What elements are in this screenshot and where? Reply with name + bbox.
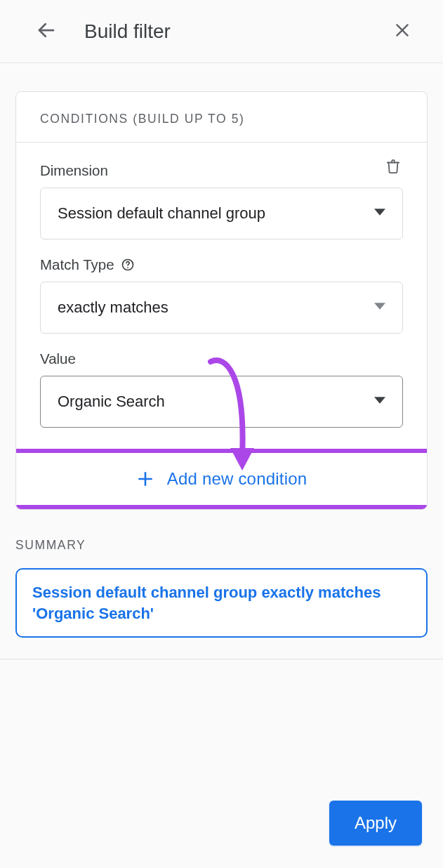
caret-down-icon <box>374 206 385 221</box>
arrow-left-icon <box>36 20 57 44</box>
svg-point-5 <box>127 267 128 268</box>
dimension-label: Dimension <box>40 162 108 179</box>
dimension-group: Dimension Session default channel group <box>40 162 403 239</box>
summary-chip: Session default channel group exactly ma… <box>15 568 428 638</box>
svg-marker-7 <box>374 397 385 404</box>
add-condition-button[interactable]: Add new condition <box>16 453 427 505</box>
section-divider <box>0 659 443 659</box>
delete-condition-button[interactable] <box>383 158 403 178</box>
close-icon <box>393 21 411 42</box>
svg-marker-6 <box>374 303 385 310</box>
summary-text: Session default channel group exactly ma… <box>32 582 411 624</box>
summary-section: Summary Session default channel group ex… <box>0 538 443 638</box>
match-type-value: exactly matches <box>58 298 374 317</box>
trash-icon <box>385 158 401 178</box>
value-group: Value Organic Search <box>40 350 403 428</box>
close-button[interactable] <box>390 19 415 44</box>
add-condition-label: Add new condition <box>167 469 308 489</box>
svg-marker-3 <box>374 209 385 216</box>
summary-label: Summary <box>15 538 428 553</box>
page-title: Build filter <box>84 20 390 43</box>
plus-icon <box>136 470 154 488</box>
value-label: Value <box>40 350 76 367</box>
caret-down-icon <box>374 301 385 315</box>
footer-actions: Apply <box>329 801 422 846</box>
conditions-card: Conditions (build up to 5) Dimension Ses… <box>15 91 428 510</box>
header-bar: Build filter <box>0 0 443 63</box>
dimension-select[interactable]: Session default channel group <box>40 188 403 239</box>
annotation-highlight-box: Add new condition <box>15 449 428 509</box>
value-value: Organic Search <box>58 393 374 411</box>
apply-button[interactable]: Apply <box>329 801 422 846</box>
content-area: Conditions (build up to 5) Dimension Ses… <box>0 63 443 510</box>
apply-label: Apply <box>355 813 397 832</box>
dimension-value: Session default channel group <box>58 204 374 223</box>
caret-down-icon <box>374 395 385 409</box>
match-type-group: Match Type exactly matches <box>40 256 403 334</box>
help-icon[interactable] <box>120 257 135 272</box>
match-type-label: Match Type <box>40 256 114 273</box>
back-button[interactable] <box>34 19 59 44</box>
condition-row: Dimension Session default channel group … <box>16 143 427 449</box>
conditions-title: Conditions (build up to 5) <box>16 92 427 143</box>
match-type-select[interactable]: exactly matches <box>40 282 403 334</box>
value-select[interactable]: Organic Search <box>40 376 403 428</box>
